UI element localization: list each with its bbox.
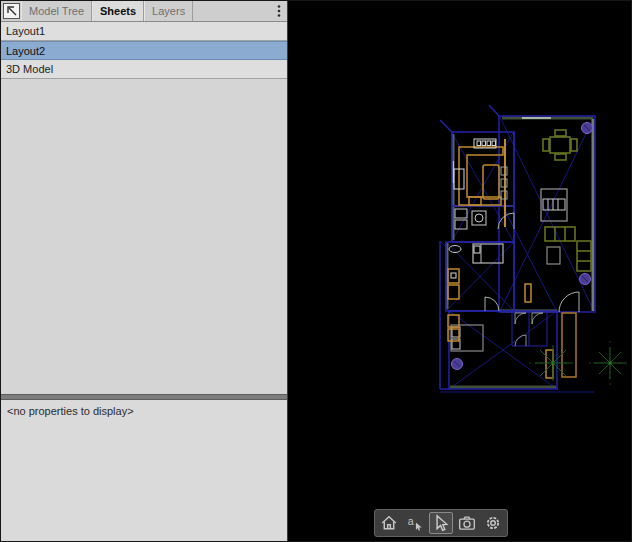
plan-plants-layer [529, 341, 632, 385]
plan-bathroom-fixtures [455, 209, 486, 229]
sidebar-item-3d-model[interactable]: 3D Model [1, 60, 287, 79]
tab-model-tree[interactable]: Model Tree [21, 1, 92, 21]
text-cursor-icon: a [406, 514, 424, 532]
gear-icon [484, 514, 502, 532]
properties-empty-text: <no properties to display> [7, 405, 134, 417]
plant-2 [589, 341, 632, 385]
settings-button[interactable] [481, 512, 505, 534]
sidebar-item-layout2[interactable]: Layout2 [1, 41, 287, 60]
drawing-canvas[interactable]: a [289, 1, 632, 542]
viewer-toolbar: a [374, 509, 508, 537]
plant-1 [529, 345, 577, 381]
snapshot-button[interactable] [455, 512, 479, 534]
properties-panel: <no properties to display> [1, 400, 287, 542]
tab-layers[interactable]: Layers [144, 1, 193, 21]
text-select-button[interactable]: a [403, 512, 427, 534]
svg-text:a: a [408, 515, 414, 527]
collapse-arrow-icon [6, 5, 18, 17]
home-icon [380, 514, 398, 532]
panel-tab-bar: Model Tree Sheets Layers [1, 1, 287, 22]
plan-deck [562, 313, 576, 377]
tab-sheets[interactable]: Sheets [92, 1, 144, 21]
panel-menu-button[interactable] [271, 1, 287, 21]
sidebar: Model Tree Sheets Layers Layout1 Layout2… [1, 1, 288, 542]
collapse-panel-button[interactable] [3, 3, 20, 19]
sheet-list-empty-area [1, 79, 287, 394]
kebab-menu-icon [274, 4, 284, 18]
tab-bar-spacer [193, 1, 271, 21]
floor-plan-drawing [289, 1, 632, 542]
pointer-icon [432, 514, 450, 532]
home-button[interactable] [377, 512, 401, 534]
plan-dining-set [543, 130, 577, 160]
app-window: Model Tree Sheets Layers Layout1 Layout2… [0, 0, 632, 542]
sidebar-item-layout1[interactable]: Layout1 [1, 22, 287, 41]
camera-icon [458, 514, 476, 532]
select-button[interactable] [429, 512, 453, 534]
